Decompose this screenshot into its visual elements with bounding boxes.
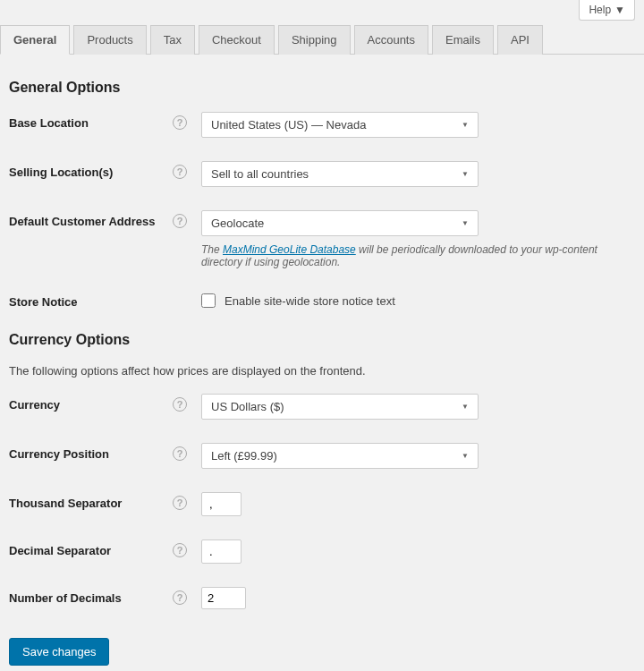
- currency-value: US Dollars ($): [211, 400, 284, 413]
- number-of-decimals-input[interactable]: [201, 587, 246, 609]
- selling-locations-value: Sell to all countries: [211, 167, 309, 181]
- store-notice-label: Store Notice: [9, 295, 192, 309]
- currency-desc: The following options affect how prices …: [9, 364, 635, 378]
- caret-down-icon: ▼: [462, 403, 469, 411]
- help-icon[interactable]: ?: [173, 543, 187, 557]
- store-notice-checkbox-label: Enable site-wide store notice text: [225, 294, 395, 308]
- tab-api[interactable]: API: [497, 25, 543, 55]
- caret-down-icon: ▼: [614, 4, 625, 16]
- geolocate-hint: The MaxMind GeoLite Database will be per…: [201, 243, 631, 268]
- help-icon[interactable]: ?: [173, 590, 187, 605]
- settings-tabs: General Products Tax Checkout Shipping A…: [0, 24, 644, 55]
- help-icon[interactable]: ?: [173, 446, 187, 461]
- tab-tax[interactable]: Tax: [150, 25, 195, 55]
- caret-down-icon: ▼: [462, 452, 469, 460]
- thousand-separator-input[interactable]: [201, 492, 242, 516]
- currency-position-label: Currency Position: [9, 447, 165, 461]
- caret-down-icon: ▼: [462, 170, 469, 178]
- currency-options-heading: Currency Options: [9, 332, 635, 348]
- help-tab[interactable]: Help ▼: [579, 0, 635, 21]
- tab-checkout[interactable]: Checkout: [199, 25, 275, 55]
- currency-position-select[interactable]: Left (£99.99) ▼: [201, 443, 479, 469]
- default-customer-address-label: Default Customer Address: [9, 215, 165, 228]
- currency-position-value: Left (£99.99): [211, 449, 277, 463]
- help-icon[interactable]: ?: [173, 397, 187, 412]
- store-notice-checkbox[interactable]: [201, 293, 216, 308]
- help-icon[interactable]: ?: [173, 165, 187, 179]
- number-of-decimals-label: Number of Decimals: [9, 591, 165, 605]
- currency-select[interactable]: US Dollars ($) ▼: [201, 394, 479, 420]
- decimal-separator-input[interactable]: [201, 539, 242, 564]
- default-customer-address-value: Geolocate: [211, 217, 264, 230]
- caret-down-icon: ▼: [462, 121, 469, 129]
- decimal-separator-label: Decimal Separator: [9, 544, 165, 557]
- tab-accounts[interactable]: Accounts: [354, 25, 428, 55]
- help-icon[interactable]: ?: [173, 496, 187, 510]
- maxmind-link[interactable]: MaxMind GeoLite Database: [223, 243, 356, 256]
- tab-products[interactable]: Products: [73, 25, 146, 55]
- base-location-label: Base Location: [9, 116, 165, 130]
- caret-down-icon: ▼: [462, 219, 469, 227]
- currency-label: Currency: [9, 398, 165, 412]
- base-location-value: United States (US) — Nevada: [211, 118, 366, 132]
- tab-emails[interactable]: Emails: [432, 25, 494, 55]
- thousand-separator-label: Thousand Separator: [9, 497, 165, 510]
- help-icon[interactable]: ?: [173, 214, 187, 228]
- save-changes-button[interactable]: Save changes: [9, 638, 109, 666]
- help-icon[interactable]: ?: [173, 115, 187, 130]
- general-options-heading: General Options: [9, 80, 635, 96]
- tab-shipping[interactable]: Shipping: [278, 25, 351, 55]
- default-customer-address-select[interactable]: Geolocate ▼: [201, 210, 479, 236]
- base-location-select[interactable]: United States (US) — Nevada ▼: [201, 112, 479, 138]
- selling-locations-select[interactable]: Sell to all countries ▼: [201, 161, 479, 187]
- selling-locations-label: Selling Location(s): [9, 166, 165, 179]
- help-label: Help: [589, 4, 611, 16]
- tab-general[interactable]: General: [0, 25, 70, 55]
